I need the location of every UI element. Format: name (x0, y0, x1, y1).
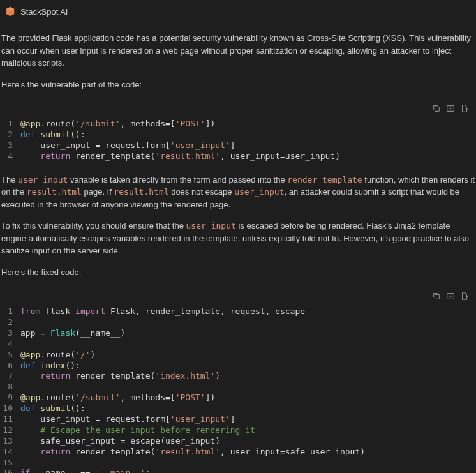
code-line: 12 # Escape the user input before render… (1, 425, 475, 436)
code-line: 6def index(): (1, 361, 475, 372)
line-number: 14 (1, 447, 20, 458)
line-content: @app.route('/submit', methods=['POST']) (20, 119, 475, 130)
line-number: 11 (1, 414, 20, 425)
code-line: 13 safe_user_input = escape(user_input) (1, 436, 475, 447)
code-line: 11 user_input = request.form['user_input… (1, 414, 475, 425)
line-number: 8 (1, 382, 20, 393)
code-line: 4 (1, 339, 475, 350)
insert-icon[interactable] (445, 291, 456, 301)
code-line: 2def submit(): (1, 130, 475, 140)
line-number: 4 (1, 151, 20, 162)
line-content: def submit(): (20, 130, 475, 140)
text: variable is taken directly from the form… (68, 175, 287, 184)
line-number: 6 (1, 361, 20, 372)
inline-code: result.html (114, 187, 168, 197)
explanation-paragraph-3: The user_input variable is taken directl… (1, 174, 475, 211)
code-block-1: 1@app.route('/submit', methods=['POST'])… (1, 101, 475, 165)
line-number: 5 (1, 350, 20, 361)
line-number: 1 (1, 119, 20, 130)
code-content-2: 1from flask import Flask, render_templat… (1, 304, 475, 473)
line-number: 2 (1, 317, 20, 328)
line-content: from flask import Flask, render_template… (20, 306, 475, 317)
code-line: 10def submit(): (1, 403, 475, 414)
inline-code: user_input (18, 175, 68, 184)
line-number: 2 (1, 130, 20, 140)
code-line: 5@app.route('/') (1, 350, 475, 361)
line-content: # Escape the user input before rendering… (20, 425, 475, 436)
line-content: return render_template('result.html', us… (20, 151, 475, 162)
line-content: user_input = request.form['user_input'] (20, 140, 475, 151)
explanation-paragraph-1: The provided Flask application code has … (1, 32, 475, 70)
code-line: 2 (1, 317, 475, 328)
line-content: @app.route('/submit', methods=['POST']) (20, 393, 475, 403)
header: StackSpot AI (0, 0, 476, 23)
code-line: 16if __name__ == '__main__': (1, 468, 475, 473)
inline-code: result.html (27, 187, 82, 197)
code-line: 14 return render_template('result.html',… (1, 447, 475, 458)
new-file-icon[interactable] (459, 291, 470, 301)
line-number: 7 (1, 371, 20, 382)
line-content: app = Flask(__name__) (20, 328, 475, 339)
code-line: 3app = Flask(__name__) (1, 328, 475, 339)
code-line: 1@app.route('/submit', methods=['POST']) (1, 119, 475, 130)
line-content (20, 382, 475, 393)
svg-rect-2 (435, 107, 439, 111)
code-line: 8 (1, 382, 475, 393)
code-toolbar (1, 289, 475, 304)
line-content: @app.route('/') (20, 350, 475, 361)
code-line: 15 (1, 458, 475, 469)
explanation-paragraph-5: Here's the fixed code: (1, 266, 475, 279)
line-number: 3 (1, 140, 20, 151)
line-content (20, 458, 475, 469)
copy-icon[interactable] (431, 103, 442, 114)
code-content-1: 1@app.route('/submit', methods=['POST'])… (1, 116, 475, 165)
line-content: return render_template('result.html', us… (20, 447, 475, 458)
line-number: 4 (1, 339, 20, 350)
text: The (1, 175, 18, 184)
line-number: 9 (1, 393, 20, 403)
text: To fix this vulnerability, you should en… (1, 221, 186, 230)
line-content (20, 317, 475, 328)
code-line: 9@app.route('/submit', methods=['POST']) (1, 393, 475, 403)
app-title: StackSpot AI (20, 7, 68, 17)
code-toolbar (1, 101, 475, 116)
code-line: 7 return render_template('index.html') (1, 371, 475, 382)
line-number: 13 (1, 436, 20, 447)
explanation-paragraph-2: Here's the vulnerable part of the code: (1, 79, 475, 91)
inline-code: render_template (287, 175, 362, 184)
code-line: 1from flask import Flask, render_templat… (1, 306, 475, 317)
line-number: 1 (1, 306, 20, 317)
line-content: safe_user_input = escape(user_input) (20, 436, 475, 447)
line-content: if __name__ == '__main__': (20, 468, 475, 473)
line-content (20, 339, 475, 350)
new-file-icon[interactable] (459, 103, 470, 114)
copy-icon[interactable] (431, 291, 442, 301)
line-content: def index(): (20, 361, 475, 372)
line-content: def submit(): (20, 403, 475, 414)
insert-icon[interactable] (445, 103, 456, 114)
explanation-paragraph-4: To fix this vulnerability, you should en… (1, 220, 475, 257)
text: does not escape (169, 187, 235, 197)
code-line: 3 user_input = request.form['user_input'… (1, 140, 475, 151)
svg-rect-4 (435, 294, 439, 299)
inline-code: user_input (186, 221, 236, 230)
stackspot-logo-icon (5, 6, 15, 17)
code-block-2: 1from flask import Flask, render_templat… (1, 289, 475, 473)
line-content: return render_template('index.html') (20, 371, 475, 382)
text: page. If (82, 187, 114, 197)
inline-code: user_input (234, 187, 284, 197)
code-line: 4 return render_template('result.html', … (1, 151, 475, 162)
line-number: 3 (1, 328, 20, 339)
line-number: 16 (1, 468, 20, 473)
line-number: 12 (1, 425, 20, 436)
line-number: 10 (1, 403, 20, 414)
line-content: user_input = request.form['user_input'] (20, 414, 475, 425)
line-number: 15 (1, 458, 20, 469)
